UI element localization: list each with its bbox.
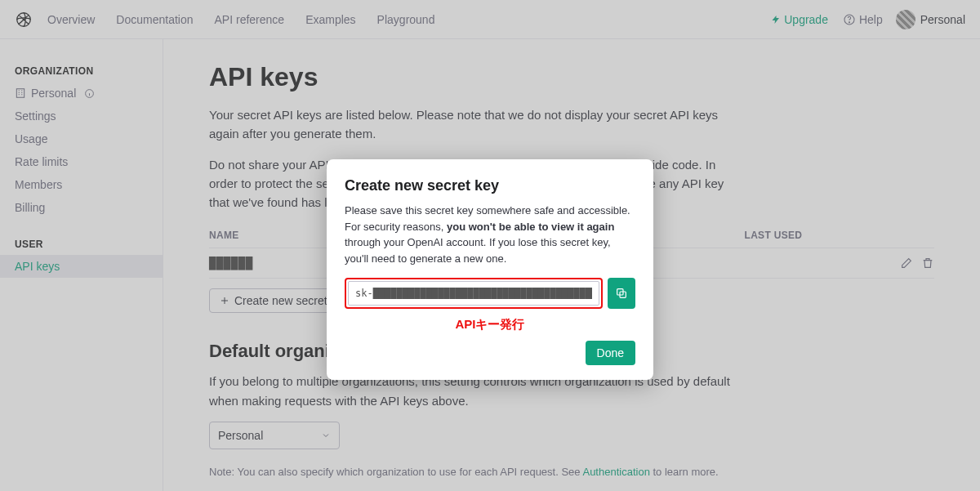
key-highlight-box	[345, 278, 603, 309]
create-key-modal: Create new secret key Please save this s…	[327, 159, 653, 380]
modal-body: Please save this secret key somewhere sa…	[345, 203, 635, 266]
modal-body-bold: you won't be able to view it again	[447, 221, 614, 233]
done-button[interactable]: Done	[586, 341, 635, 365]
annotation-label: APIキー発行	[345, 317, 635, 333]
copy-key-button[interactable]	[608, 278, 635, 309]
copy-icon	[615, 287, 628, 300]
modal-body-post: through your OpenAI account. If you lose…	[345, 236, 611, 265]
modal-title: Create new secret key	[345, 177, 635, 194]
secret-key-input[interactable]	[348, 281, 599, 306]
